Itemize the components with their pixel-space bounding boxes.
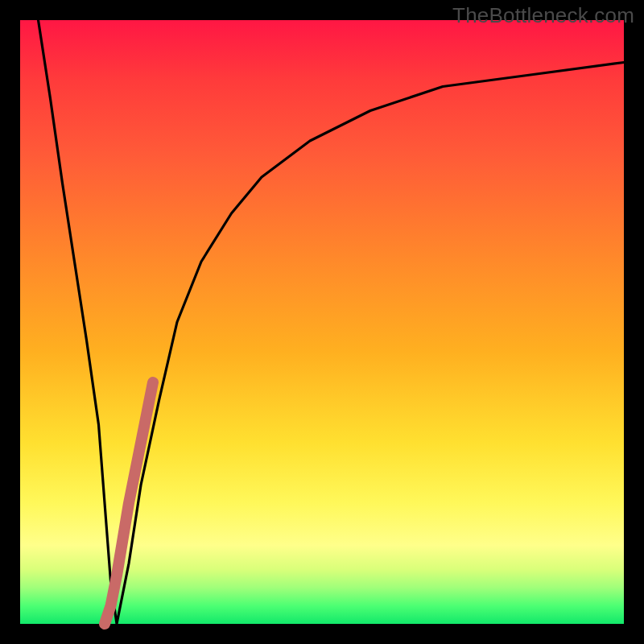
chart-frame: TheBottleneck.com	[0, 0, 644, 644]
highlight-segment-path	[105, 382, 153, 624]
curve-layer	[0, 0, 644, 644]
